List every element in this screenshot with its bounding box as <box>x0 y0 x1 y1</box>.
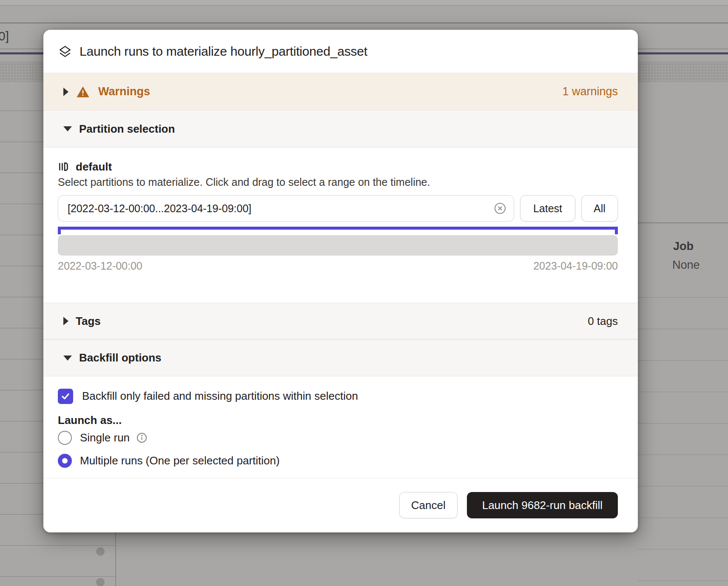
radio-selected-icon <box>58 454 72 468</box>
bg-column-border <box>115 532 116 586</box>
partition-set-icon <box>58 161 69 172</box>
backfill-options-label: Backfill options <box>79 351 162 364</box>
bg-clipped-partition-text: 0] <box>0 29 9 43</box>
materialize-layers-icon <box>59 45 71 58</box>
bg-job-column-header: Job <box>673 240 694 253</box>
all-button[interactable]: All <box>581 195 618 222</box>
tags-section-toggle[interactable]: Tags 0 tags <box>43 303 638 339</box>
clear-input-icon[interactable] <box>494 202 506 215</box>
launch-backfill-button[interactable]: Launch 9682-run backfill <box>467 492 618 518</box>
dialog-header: Launch runs to materialize hourly_partit… <box>43 30 638 73</box>
radio-unselected-icon <box>58 431 72 445</box>
dialog-title: Launch runs to materialize hourly_partit… <box>80 44 367 59</box>
warning-triangle-icon <box>76 85 90 98</box>
partition-range-input[interactable] <box>58 195 514 222</box>
checkbox-label: Backfill only failed and missing partiti… <box>82 390 358 403</box>
bg-status-dot <box>96 578 105 586</box>
partition-dimension-name: default <box>76 160 112 174</box>
multiple-runs-radio[interactable]: Multiple runs (One per selected partitio… <box>58 453 618 468</box>
bg-divider <box>0 5 728 6</box>
warnings-count: 1 warnings <box>562 85 618 98</box>
backfill-only-failed-checkbox[interactable]: Backfill only failed and missing partiti… <box>58 388 618 404</box>
partition-range-field <box>58 195 514 222</box>
tags-label: Tags <box>76 315 101 328</box>
tags-count: 0 tags <box>588 315 618 328</box>
bg-table-rows-right <box>638 266 728 586</box>
single-run-label: Single run <box>80 431 130 444</box>
info-icon[interactable] <box>136 432 148 444</box>
dialog-footer: Cancel Launch 9682-run backfill <box>43 478 638 532</box>
bg-divider <box>638 222 728 223</box>
single-run-radio[interactable]: Single run <box>58 430 618 445</box>
bg-divider <box>0 23 728 23</box>
partition-selection-label: Partition selection <box>79 122 175 136</box>
backfill-options-body: Backfill only failed and missing partiti… <box>43 376 638 478</box>
warnings-section-toggle[interactable]: Warnings 1 warnings <box>43 73 638 110</box>
cancel-button[interactable]: Cancel <box>399 492 458 518</box>
warnings-label: Warnings <box>98 85 150 98</box>
chevron-right-icon <box>63 317 68 325</box>
partition-selection-toggle[interactable]: Partition selection <box>43 110 638 148</box>
bg-job-column-value: None <box>672 259 700 272</box>
timeline-start-label: 2022-03-12-00:00 <box>58 260 142 272</box>
latest-button[interactable]: Latest <box>520 195 575 222</box>
chevron-down-icon <box>63 126 72 131</box>
launch-as-label: Launch as... <box>58 414 618 426</box>
chevron-down-icon <box>63 356 72 361</box>
chevron-right-icon <box>63 88 68 96</box>
partition-selection-body: default Select partitions to materialize… <box>43 148 638 303</box>
launch-backfill-dialog: Launch runs to materialize hourly_partit… <box>43 30 638 532</box>
multiple-runs-label: Multiple runs (One per selected partitio… <box>80 454 280 467</box>
timeline-end-label: 2023-04-19-09:00 <box>533 260 618 272</box>
checkbox-checked-icon <box>58 389 73 404</box>
bg-top-strip <box>0 0 728 5</box>
partition-help-text: Select partitions to materialize. Click … <box>58 176 618 188</box>
backfill-options-toggle[interactable]: Backfill options <box>43 339 638 376</box>
partition-timeline[interactable] <box>58 235 618 256</box>
screen: 0] Job None Launch runs to materialize h… <box>0 0 728 586</box>
bg-status-dot <box>96 547 105 556</box>
selected-range-bracket <box>58 227 618 230</box>
